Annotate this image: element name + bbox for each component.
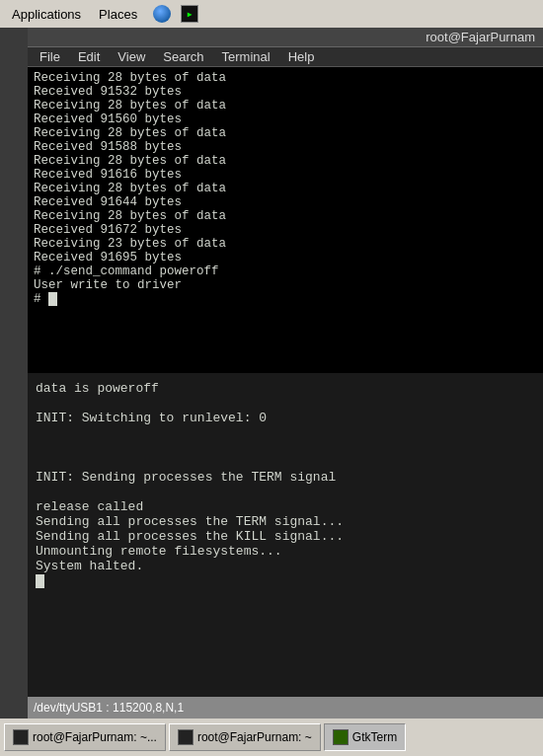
statusbar: /dev/ttyUSB1 : 115200,8,N,1 bbox=[28, 697, 543, 718]
terminal-window: root@FajarPurnam File Edit View Search T… bbox=[28, 28, 543, 718]
edit-menu[interactable]: Edit bbox=[70, 48, 108, 65]
taskbar-item-terminal-2[interactable]: root@FajarPurnam: ~ bbox=[169, 723, 321, 751]
terminal-content: Receiving 28 bytes of data Received 9153… bbox=[28, 67, 543, 707]
taskbar-gtkterm-label: GtkTerm bbox=[352, 730, 397, 744]
left-panel bbox=[0, 28, 28, 718]
applications-menu[interactable]: Applications bbox=[4, 5, 89, 24]
taskbar-terminal-1-label: root@FajarPurnam: ~... bbox=[33, 730, 157, 744]
places-menu[interactable]: Places bbox=[91, 5, 145, 24]
status-text: /dev/ttyUSB1 : 115200,8,N,1 bbox=[34, 701, 184, 715]
terminal-title: root@FajarPurnam bbox=[426, 30, 535, 44]
upper-terminal-pane[interactable]: Receiving 28 bytes of data Received 9153… bbox=[28, 67, 543, 373]
help-menu[interactable]: Help bbox=[280, 48, 323, 65]
file-menu[interactable]: File bbox=[32, 48, 68, 65]
taskbar-item-gtkterm[interactable]: GtkTerm bbox=[324, 723, 406, 751]
top-menubar: Applications Places ▶ bbox=[0, 0, 543, 28]
terminal-titlebar: root@FajarPurnam bbox=[28, 28, 543, 47]
view-menu[interactable]: View bbox=[110, 48, 153, 65]
globe-icon[interactable] bbox=[151, 3, 173, 25]
lower-output: data is poweroff INIT: Switching to runl… bbox=[36, 381, 535, 588]
taskbar-terminal-1-icon bbox=[13, 729, 29, 745]
terminal-launch-icon[interactable]: ▶ bbox=[179, 3, 200, 25]
cursor bbox=[48, 292, 57, 306]
taskbar-gtkterm-icon bbox=[333, 729, 349, 745]
upper-output: Receiving 28 bytes of data Received 9153… bbox=[34, 71, 537, 306]
taskbar-terminal-2-label: root@FajarPurnam: ~ bbox=[197, 730, 312, 744]
terminal-menu[interactable]: Terminal bbox=[214, 48, 278, 65]
search-menu[interactable]: Search bbox=[155, 48, 211, 65]
taskbar-terminal-2-icon bbox=[178, 729, 194, 745]
lower-terminal-pane[interactable]: data is poweroff INIT: Switching to runl… bbox=[28, 373, 543, 707]
terminal-menubar: File Edit View Search Terminal Help bbox=[28, 47, 543, 67]
taskbar-item-terminal-1[interactable]: root@FajarPurnam: ~... bbox=[4, 723, 166, 751]
taskbar: root@FajarPurnam: ~... root@FajarPurnam:… bbox=[0, 718, 543, 756]
